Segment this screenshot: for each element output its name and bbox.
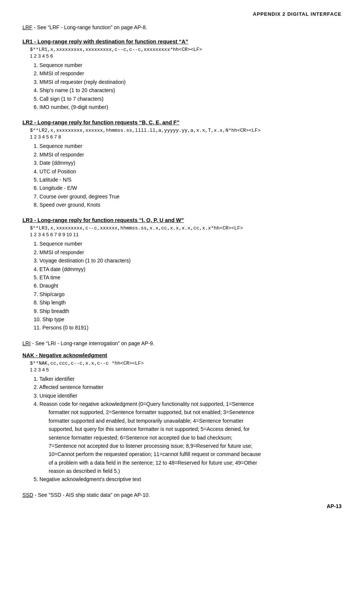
lri-link-desc: - See “LRI - Long-range interrogation” o… [31,340,155,346]
list-item: 6. Draught [34,282,342,290]
list-item: 2. MMSI of responder [34,151,342,159]
list-item: 7. Course over ground, degrees True [34,192,342,201]
list-item: 6. Longitude - E/W [34,184,342,192]
nak-field-5: 5. Negative acknowledgment’s descriptive… [34,475,342,483]
lr2-fields: 1. Sequence number 2. MMSI of responder … [34,142,342,209]
lr2-title: LR2 - Long-range reply for function requ… [22,119,342,125]
ssd-link-line: SSD - See "SSD - AIS ship static data" o… [22,492,342,498]
list-item: 4. ETA date (ddmmyy) [34,265,342,273]
list-item: 2. Affected sentence formatter [34,383,342,391]
lr3-title: LR3 - Long-range reply for function requ… [22,217,342,223]
list-item: 11. Persons (0 to 8191) [34,323,342,332]
lri-link-line: LRI - See “LRI - Long-range interrogatio… [22,340,342,346]
nak-numbers: 1 2 3 4 5 [30,367,342,373]
list-item: 10. Ship type [34,315,342,323]
nak-field-4-cont-6: of a problem with a data field in the se… [49,459,342,467]
nak-section: NAK - Negative acknowledgment $**NAK,cc,… [22,352,342,484]
page-footer: AP-13 [327,503,342,509]
lr2-numbers: 1 2 3 4 5 6 7 8 [30,134,342,140]
list-item: 2. MMSI of responder [34,69,342,77]
nak-fields: 1. Talker identifier 2. Affected sentenc… [34,375,342,484]
list-item: 1. Sequence number [34,61,342,69]
lr1-section: LR1 - Long-range reply with destination … [22,39,342,111]
lri-link-text: LRI [22,340,31,346]
lr1-fields: 1. Sequence number 2. MMSI of responder … [34,61,342,111]
lr1-numbers: 1 2 3 4 5 6 [30,53,342,59]
ssd-link-desc: - See "SSD - AIS ship static data" on pa… [33,492,150,498]
lrf-link-text: LRF [22,24,32,30]
list-item: 6. IMO number, (9-digit number) [34,103,342,111]
list-item: 4. UTC of Position [34,167,342,176]
nak-field-4-cont-5: 10=Cannot perform the requested operatio… [49,450,342,458]
list-item: 8. Speed over ground, Knots [34,201,342,209]
nak-field-4: 4. Reason code for negative ackowledgmen… [34,400,342,475]
list-item: 1. Sequence number [34,142,342,150]
list-item: 3. Unique identifier [34,392,342,400]
list-item: 3. Date (ddmmyy) [34,159,342,167]
list-item: 5. Call sign (1 to 7 characters) [34,95,342,103]
nak-field-4-cont-1: formatter supported and enabled, but tem… [49,417,342,425]
ssd-link-text: SSD [22,492,33,498]
list-item: 2. MMSI of responder [34,248,342,256]
lr3-numbers: 1 2 3 4 5 6 7 8 9 10 11 [30,232,342,237]
nak-field-4-cont-2: supported, but query for this sentence f… [49,425,342,433]
nak-field-4-cont-4: 7=Sentence not accepted due to listener … [49,442,342,450]
lr3-fields: 1. Sequence number 2. MMSI of responder … [34,240,342,332]
nak-field-4-cont-3: sentence formatter requested; 6=Sentence… [49,434,342,442]
list-item: 3. Voyage destination (1 to 20 character… [34,256,342,265]
list-item: 1. Talker identifier [34,375,342,383]
list-item: 9. Ship breadth [34,307,342,315]
lrf-link-line: LRF - See “LRF - Long-range function” on… [22,24,342,30]
lr3-section: LR3 - Long-range reply for function requ… [22,217,342,332]
lr2-section: LR2 - Long-range reply for function requ… [22,119,342,209]
lr3-sentence: $**LR3,x,xxxxxxxxx,c--c,xxxxxx,hhmmss.ss… [30,225,342,231]
lr1-title: LR1 - Long-range reply with destination … [22,39,342,45]
lr2-sentence: $**LR2,x,xxxxxxxxx,xxxxxx,hhmmss.ss,llll… [30,128,342,133]
list-item: 7. Ship/cargo [34,290,342,298]
list-item: 3. MMSI of requester (reply destination) [34,78,342,86]
page-header: APPENDIX 2 DIGITAL INTERFACE [22,11,342,17]
list-item: 4. Ship's name (1 to 20 characters) [34,86,342,94]
list-item: 5. ETA time [34,273,342,282]
list-item: 5. Latitude - N/S [34,176,342,184]
nak-field-4-cont-7: reason as described in field 5.) [49,467,342,475]
nak-title: NAK - Negative acknowledgment [22,352,342,358]
nak-sentence: $**NAK,cc,ccc,c--c,x.x,c--c *hh<CR><LF> [30,361,342,366]
nak-field-4-cont-0: formatter not supported, 2=Sentence form… [49,408,342,416]
nak-field-4-label: 4. Reason code for negative ackowledgmen… [34,401,254,407]
lr1-sentence: $**LR1,x,xxxxxxxxx,xxxxxxxxx,c--c,c--c,x… [30,47,342,52]
list-item: 1. Sequence number [34,240,342,248]
lrf-link-desc: - See “LRF - Long-range function” on pag… [32,24,147,30]
list-item: 8. Ship length [34,298,342,307]
